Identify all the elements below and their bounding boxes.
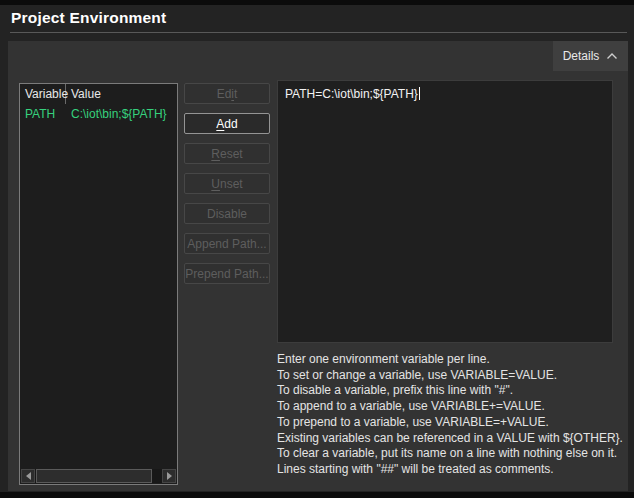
chevron-up-icon <box>606 52 618 60</box>
help-line: Existing variables can be referenced in … <box>277 431 627 447</box>
help-line: Lines starting with "##" will be treated… <box>277 462 627 478</box>
environment-editor-textarea[interactable]: PATH=C:\iot\bin;${PATH} <box>277 80 613 343</box>
add-button[interactable]: Add <box>184 113 270 134</box>
details-toggle-button[interactable]: Details <box>553 41 628 71</box>
help-line: To set or change a variable, use VARIABL… <box>277 368 627 384</box>
reset-button[interactable]: Reset <box>184 143 270 164</box>
help-line: Enter one environment variable per line. <box>277 352 627 368</box>
title-separator <box>10 32 627 33</box>
append-path-button[interactable]: Append Path... <box>184 233 270 254</box>
scrollbar-thumb[interactable] <box>36 469 152 483</box>
help-line: To clear a variable, put its name on a l… <box>277 446 627 462</box>
edit-button[interactable]: Edit <box>184 83 270 104</box>
scrollbar-track[interactable] <box>35 469 162 483</box>
horizontal-scrollbar[interactable] <box>21 469 176 483</box>
page-title: Project Environment <box>11 9 166 27</box>
scroll-right-button[interactable] <box>162 469 176 483</box>
help-line: To append to a variable, use VARIABLE+=V… <box>277 399 627 415</box>
column-header-value[interactable]: Value <box>66 84 177 104</box>
project-environment-panel: Details Variable Value PATH C:\iot\bin;$… <box>8 41 628 491</box>
text-cursor <box>419 87 420 100</box>
column-header-variable[interactable]: Variable <box>20 84 66 104</box>
editor-content: PATH=C:\iot\bin;${PATH} <box>285 87 418 101</box>
window-bottom-edge <box>0 492 634 498</box>
variable-value-cell[interactable]: C:\iot\bin;${PATH} <box>66 107 177 121</box>
help-text: Enter one environment variable per line.… <box>277 352 627 478</box>
help-line: To disable a variable, prefix this line … <box>277 383 627 399</box>
table-row[interactable]: PATH C:\iot\bin;${PATH} <box>20 104 177 123</box>
prepend-path-button[interactable]: Prepend Path... <box>184 263 270 284</box>
table-header-row: Variable Value <box>20 84 177 104</box>
help-line: To prepend to a variable, use VARIABLE=+… <box>277 415 627 431</box>
scroll-left-button[interactable] <box>21 469 35 483</box>
details-button-label: Details <box>563 49 600 63</box>
variable-name-cell[interactable]: PATH <box>20 107 66 121</box>
window-top-edge <box>0 0 634 5</box>
disable-button[interactable]: Disable <box>184 203 270 224</box>
scroll-right-arrow-icon <box>167 472 172 480</box>
scroll-left-arrow-icon <box>26 472 31 480</box>
unset-button[interactable]: Unset <box>184 173 270 194</box>
environment-variables-table[interactable]: Variable Value PATH C:\iot\bin;${PATH} <box>19 83 178 485</box>
